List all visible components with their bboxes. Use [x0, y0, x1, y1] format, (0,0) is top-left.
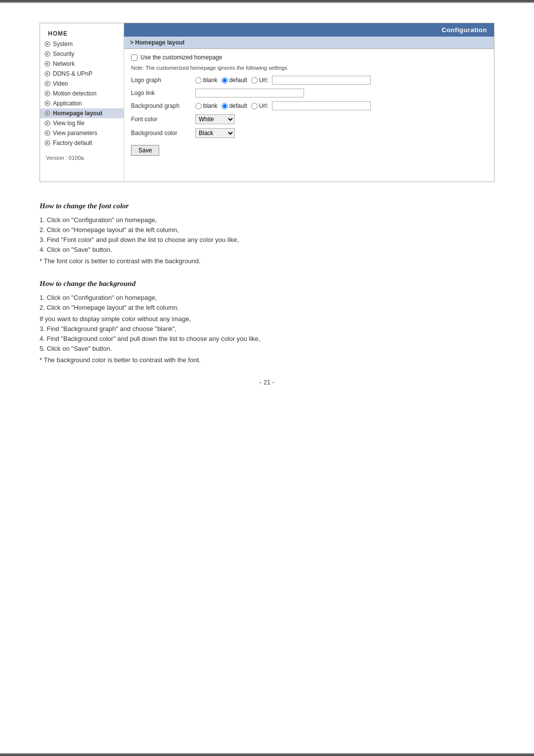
bg-color-row: Background color Black White Red Blue Gr…: [131, 128, 487, 138]
sidebar-label-viewlog: View log file: [53, 120, 85, 127]
section2-note: * The background color is better to cont…: [40, 356, 494, 364]
section2-extra-note: If you want to display simple color with…: [40, 315, 494, 323]
sidebar-version: Version : 0100a: [40, 150, 124, 166]
bg-graph-blank-label: blank: [203, 102, 218, 109]
logo-graph-blank-label: blank: [203, 77, 218, 84]
arrow-icon-factory: [44, 140, 51, 146]
section1-block: How to change the font color 1. Click on…: [40, 202, 494, 265]
section2-steps2: 3. Find "Background graph" and choose "b…: [40, 325, 494, 352]
svg-marker-15: [46, 112, 49, 115]
sidebar-label-video: Video: [53, 80, 68, 87]
page-wrapper: HOME System Security: [0, 0, 534, 756]
sidebar-label-ddns: DDNS & UPnP: [53, 70, 92, 77]
logo-graph-url-option[interactable]: Url:: [251, 77, 268, 84]
logo-graph-url-label: Url:: [259, 77, 268, 84]
sidebar-label-network: Network: [53, 60, 75, 67]
bg-color-controls: Black White Red Blue Green: [195, 128, 235, 138]
logo-link-input[interactable]: http://: [195, 89, 304, 97]
use-customized-label: Use the customized homepage: [140, 54, 222, 61]
logo-graph-blank-option[interactable]: blank: [195, 77, 218, 84]
logo-link-row: Logo link http://: [131, 89, 487, 97]
logo-graph-url-radio[interactable]: [251, 77, 258, 84]
sidebar-item-network[interactable]: Network: [40, 59, 124, 69]
sidebar-item-ddns[interactable]: DDNS & UPnP: [40, 69, 124, 79]
sidebar-item-video[interactable]: Video: [40, 79, 124, 89]
sidebar-label-application: Application: [53, 100, 82, 107]
arrow-icon-homepage: [44, 110, 51, 117]
font-color-select[interactable]: White Black Red Blue Green: [195, 114, 235, 124]
bg-graph-blank-option[interactable]: blank: [195, 102, 218, 109]
sidebar-label-system: System: [53, 41, 73, 47]
sidebar-item-motion[interactable]: Motion detection: [40, 89, 124, 98]
logo-graph-blank-radio[interactable]: [195, 77, 202, 84]
bg-graph-row: Background graph blank default: [131, 101, 487, 110]
note-text: Note: The customerized homepage ignores …: [131, 64, 487, 72]
bg-graph-blank-radio[interactable]: [195, 103, 202, 109]
sidebar: HOME System Security: [40, 23, 124, 182]
config-panel-inner: HOME System Security: [40, 23, 494, 182]
arrow-icon-application: [44, 100, 51, 107]
section1-step1: 1. Click on "Configuration" on homepage,: [40, 216, 494, 224]
arrow-icon-viewparams: [44, 130, 51, 137]
bg-graph-default-option[interactable]: default: [222, 102, 247, 109]
logo-graph-label: Logo graph: [131, 77, 195, 84]
bg-graph-controls: blank default Url: http:/: [195, 101, 371, 110]
svg-marker-5: [46, 62, 49, 65]
sidebar-label-viewparams: View parameters: [53, 130, 97, 137]
section2-block: How to change the background 1. Click on…: [40, 280, 494, 364]
sidebar-item-homepage-layout[interactable]: Homepage layout: [40, 108, 124, 118]
sidebar-item-application[interactable]: Application: [40, 98, 124, 108]
svg-marker-7: [46, 72, 49, 75]
svg-marker-21: [46, 142, 49, 144]
save-button[interactable]: Save: [131, 145, 159, 156]
bottom-border: [0, 753, 534, 756]
logo-graph-controls: blank default Url: http:/: [195, 76, 371, 85]
section2-step3: 3. Find "Background graph" and choose "b…: [40, 325, 494, 332]
sidebar-item-security[interactable]: Security: [40, 49, 124, 59]
section2-step2: 2. Click on "Homepage layout" at the lef…: [40, 304, 494, 311]
logo-graph-default-radio[interactable]: [222, 77, 228, 84]
svg-marker-17: [46, 122, 49, 125]
logo-graph-default-option[interactable]: default: [222, 77, 247, 84]
use-customized-row: Use the customized homepage: [131, 54, 487, 61]
use-customized-checkbox[interactable]: [131, 54, 137, 61]
svg-marker-11: [46, 92, 49, 95]
svg-marker-9: [46, 82, 49, 85]
sidebar-label-factory: Factory default: [53, 140, 92, 146]
section2-step5: 5. Click on "Save" button.: [40, 345, 494, 352]
arrow-icon-video: [44, 80, 51, 87]
section2-step1: 1. Click on "Configuration" on homepage,: [40, 294, 494, 301]
sidebar-item-viewparams[interactable]: View parameters: [40, 128, 124, 138]
section-header: > Homepage layout: [124, 37, 494, 49]
content-area: HOME System Security: [0, 3, 534, 425]
font-color-row: Font color White Black Red Blue Green: [131, 114, 487, 124]
svg-marker-19: [46, 132, 49, 135]
section1-step2: 2. Click on "Homepage layout" at the lef…: [40, 226, 494, 234]
bg-color-select[interactable]: Black White Red Blue Green: [195, 128, 235, 138]
bg-graph-label: Background graph: [131, 102, 195, 109]
config-panel: HOME System Security: [40, 23, 494, 182]
form-area: Use the customized homepage Note: The cu…: [124, 49, 494, 161]
section1-step4: 4. Click on "Save" button.: [40, 246, 494, 253]
config-title-bar: Configuration: [124, 23, 494, 37]
sidebar-item-viewlog[interactable]: View log file: [40, 118, 124, 128]
page-number: - 21 -: [40, 378, 494, 386]
logo-graph-row: Logo graph blank default: [131, 76, 487, 85]
sidebar-item-system[interactable]: System: [40, 39, 124, 49]
bg-graph-url-option[interactable]: Url:: [251, 102, 268, 109]
bg-graph-default-radio[interactable]: [222, 103, 228, 109]
arrow-icon-motion: [44, 90, 51, 97]
bg-color-label: Background color: [131, 130, 195, 137]
main-config-content: Configuration > Homepage layout Use the …: [124, 23, 494, 182]
bg-graph-default-label: default: [229, 102, 247, 109]
sidebar-item-factory[interactable]: Factory default: [40, 138, 124, 148]
arrow-icon-network: [44, 60, 51, 67]
bg-graph-url-input[interactable]: http://: [272, 101, 371, 110]
font-color-label: Font color: [131, 116, 195, 123]
arrow-icon-viewlog: [44, 120, 51, 127]
svg-marker-3: [46, 52, 49, 55]
arrow-icon-system: [44, 41, 51, 47]
logo-graph-url-input[interactable]: http://: [272, 76, 371, 85]
bg-graph-url-radio[interactable]: [251, 103, 258, 109]
sidebar-label-homepage: Homepage layout: [53, 110, 102, 117]
